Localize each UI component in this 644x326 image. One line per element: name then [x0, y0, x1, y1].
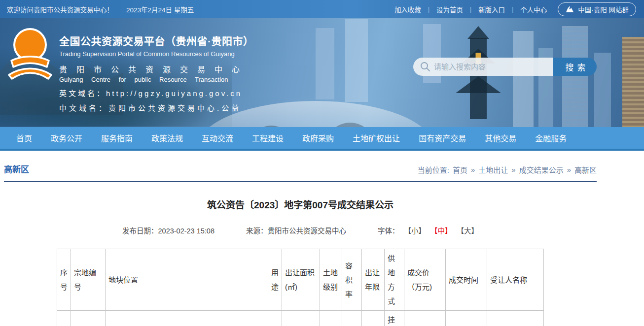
cell-serial: 1	[57, 311, 71, 326]
article-meta: 发布日期：2023-02-23 15:08 来源：贵阳市公共资源交易中心 字体：…	[54, 225, 547, 235]
cell-area: 3753.26	[282, 311, 320, 326]
breadcrumb-separator: »	[511, 165, 515, 174]
breadcrumb-separator: »	[567, 165, 571, 174]
deal-result-table: 序号 宗地编号 地块位置 用途 出让面积(㎡) 土地级别 容积率 出让年限 供地…	[57, 249, 544, 326]
nav-item-interaction[interactable]: 互动交流	[192, 132, 243, 144]
result-table-wrap: 序号 宗地编号 地块位置 用途 出让面积(㎡) 土地级别 容积率 出让年限 供地…	[57, 249, 544, 326]
portal-title-en: Trading Supervision Portal of Common Res…	[59, 50, 257, 58]
search-button[interactable]: 搜索	[553, 58, 597, 76]
breadcrumb-home[interactable]: 首页	[453, 164, 467, 175]
domain-en-label: 英文域名：	[59, 89, 106, 98]
nav-item-finance[interactable]: 金融服务	[526, 132, 576, 144]
nav-item-land-mining[interactable]: 土地矿权出让	[343, 132, 409, 144]
breadcrumb-land-transfer[interactable]: 土地出让	[478, 164, 508, 175]
cell-term: 40年	[362, 311, 385, 326]
domain-en-line: 英文域名：http://ggzy.guiyang.gov.cn	[59, 88, 257, 98]
site-group-label: 中国·贵阳 网站群	[578, 4, 629, 14]
center-name-en: Guiyang Centre for public Resource Trans…	[59, 76, 257, 83]
nav-item-gov-open[interactable]: 政务公开	[41, 132, 92, 144]
article: 筑公资告〔2023〕地字第007号成交结果公示 发布日期：2023-02-23 …	[54, 197, 547, 326]
header-banner: 全国公共资源交易平台（贵州省·贵阳市） Trading Supervision …	[0, 18, 644, 127]
header-use: 用途	[268, 249, 282, 311]
header-parcel-no: 宗地编号	[71, 249, 106, 311]
article-title: 筑公资告〔2023〕地字第007号成交结果公示	[54, 197, 547, 211]
header-deal-time: 成交时间	[446, 249, 487, 311]
nav-item-other-trades[interactable]: 其他交易	[475, 132, 526, 144]
font-size-large-button[interactable]: 【大】	[457, 225, 479, 235]
header-titles: 全国公共资源交易平台（贵州省·贵阳市） Trading Supervision …	[59, 33, 257, 113]
header-area: 出让面积(㎡)	[282, 249, 320, 311]
cell-plot-ratio: 0.5	[342, 311, 362, 326]
breadcrumb-separator: »	[471, 165, 475, 174]
cell-use: 商业	[268, 311, 282, 326]
cell-deal-time: 2023年02月23日	[446, 311, 487, 326]
table-row: 1 G〔23〕003 高新区沙文园区内，东至无名地块，南至二十六大道，西至科创北…	[57, 311, 543, 326]
breadcrumb-gaoxin[interactable]: 高新区	[574, 164, 597, 175]
link-set-homepage[interactable]: 设为首页	[436, 4, 463, 14]
breadcrumb: 当前位置: 首页 » 土地出让 » 成交结果公示 » 高新区	[418, 164, 597, 175]
nav-item-policies[interactable]: 政策法规	[142, 132, 192, 144]
domain-en-value: http://ggzy.guiyang.gov.cn	[106, 89, 242, 98]
font-size-small-button[interactable]: 【小】	[404, 225, 426, 235]
domain-cn-value: 贵阳市公共资源交易中心.公益	[108, 104, 241, 112]
nav-item-state-assets[interactable]: 国有资产交易	[409, 132, 475, 144]
font-size-medium-button[interactable]: 【中】	[430, 225, 452, 235]
link-personal-center[interactable]: 个人中心	[520, 4, 547, 14]
domain-cn-line: 中文域名：贵阳市公共资源交易中心.公益	[59, 102, 257, 113]
cell-land-grade: 商业七级	[320, 311, 342, 326]
source-label: 来源：	[246, 227, 268, 235]
main-nav: 首页 政务公开 服务指南 政策法规 互动交流 工程建设 政府采购 土地矿权出让 …	[0, 127, 644, 151]
source: 来源：贵阳市公共资源交易中心	[246, 225, 346, 235]
date-text: 2023年2月24日 星期五	[126, 4, 194, 14]
publish-date-value: 2023-02-23 15:08	[158, 227, 215, 235]
search-input[interactable]	[413, 58, 553, 76]
topbar: 欢迎访问贵阳市公共资源交易中心！ 2023年2月24日 星期五 加入收藏 | 设…	[0, 0, 644, 18]
guiyang-emblem-icon	[565, 6, 574, 13]
topbar-left: 欢迎访问贵阳市公共资源交易中心！ 2023年2月24日 星期五	[7, 4, 194, 14]
cell-location: 高新区沙文园区内，东至无名地块，南至二十六大道，西至科创北路，北至无名地块	[106, 311, 268, 326]
breadcrumb-label: 当前位置:	[418, 164, 449, 175]
search-icon	[420, 62, 430, 72]
center-name-cn: 贵阳市公共资源交易中心	[59, 63, 257, 75]
header-land-grade: 土地级别	[320, 249, 342, 311]
portal-title: 全国公共资源交易平台（贵州省·贵阳市）	[59, 33, 257, 48]
header-term: 出让年限	[362, 249, 385, 311]
table-header-row: 序号 宗地编号 地块位置 用途 出让面积(㎡) 土地级别 容积率 出让年限 供地…	[57, 249, 543, 311]
header-serial: 序号	[57, 249, 71, 311]
site-group-button[interactable]: 中国·贵阳 网站群	[558, 2, 636, 16]
header-supply-method: 供地方式	[385, 249, 404, 311]
link-new-version[interactable]: 新版入口	[478, 4, 505, 14]
breadcrumb-deal-results[interactable]: 成交结果公示	[519, 164, 564, 175]
separator: |	[428, 6, 429, 13]
separator: |	[512, 6, 513, 13]
publish-date: 发布日期：2023-02-23 15:08	[122, 225, 215, 235]
header-location: 地块位置	[106, 249, 268, 311]
header-price: 成交价（万元)	[404, 249, 446, 311]
welcome-text: 欢迎访问贵阳市公共资源交易中心！	[7, 4, 113, 14]
font-size-label: 字体：	[378, 225, 399, 235]
domain-cn-label: 中文域名：	[59, 104, 108, 112]
header-plot-ratio: 容积率	[342, 249, 362, 311]
cell-parcel-no: G〔23〕003	[71, 311, 106, 326]
source-value: 贵阳市公共资源交易中心	[268, 227, 347, 235]
cell-transferee: 贵阳高新资产运营有限公司	[487, 311, 544, 326]
font-size-switcher: 字体： 【小】 【中】 【大】	[378, 225, 478, 235]
topbar-links: 加入收藏 | 设为首页 | 新版入口 | 个人中心 中国·贵阳 网站群	[394, 2, 636, 16]
header-transferee: 受让人名称	[487, 249, 544, 311]
section-bar: 高新区 当前位置: 首页 » 土地出让 » 成交结果公示 » 高新区	[4, 151, 597, 182]
content-area: 高新区 当前位置: 首页 » 土地出让 » 成交结果公示 » 高新区 筑公资告〔…	[4, 151, 597, 326]
publish-date-label: 发布日期：	[122, 227, 158, 235]
site-logo[interactable]	[7, 25, 53, 83]
link-add-favorite[interactable]: 加入收藏	[394, 4, 421, 14]
nav-item-construction[interactable]: 工程建设	[243, 132, 293, 144]
separator: |	[470, 6, 471, 13]
cell-supply-method: 挂牌出让	[385, 311, 404, 326]
search-bar: 搜索	[413, 58, 597, 76]
section-title: 高新区	[4, 163, 29, 175]
nav-item-service-guide[interactable]: 服务指南	[92, 132, 142, 144]
nav-item-home[interactable]: 首页	[7, 132, 41, 144]
nav-item-gov-procurement[interactable]: 政府采购	[293, 132, 343, 144]
cell-price: 2984	[404, 311, 446, 326]
sun-bridge-logo-icon	[7, 25, 53, 81]
